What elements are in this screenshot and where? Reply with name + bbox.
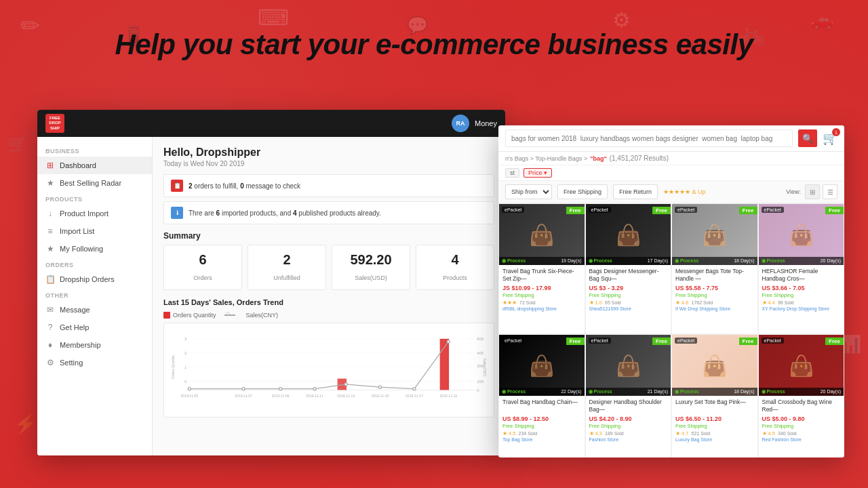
store-7: Luxury Bag Store xyxy=(675,437,754,442)
product-info-5: Travel Bag Handbag Chain— US $8.99 - 12.… xyxy=(499,396,585,445)
svg-point-18 xyxy=(279,388,282,390)
ship-from-select[interactable]: Ship from xyxy=(505,184,552,199)
sidebar-section-other: OTHER xyxy=(37,288,152,301)
product-info-6: Designer Handbag Shoulder Bag— US $4.20 … xyxy=(586,396,671,445)
star-icon: ★ xyxy=(45,178,55,188)
search-tag-price[interactable]: Price ▾ xyxy=(524,168,552,178)
sidebar-item-get-help[interactable]: ? Get Help xyxy=(37,319,152,336)
search-input[interactable] xyxy=(505,129,793,147)
deco-shop-icon: 🛒 xyxy=(7,136,28,152)
alert-products-icon: ℹ xyxy=(171,207,183,219)
dashboard-body: BUSINESS ⊞ Dashboard ★ Best Selling Rada… xyxy=(37,137,505,455)
sidebar-item-import-list-label: Import List xyxy=(60,227,94,235)
sidebar-item-my-following[interactable]: ★ My Following xyxy=(37,240,152,258)
search-tag-st[interactable]: st xyxy=(505,168,519,178)
svg-point-20 xyxy=(344,383,347,386)
search-icon: 🔍 xyxy=(802,134,814,144)
process-days-8: 20 Day(s) xyxy=(821,389,841,394)
sidebar-item-message[interactable]: ✉ Message xyxy=(37,301,152,319)
alert-products: ℹ Thre are 6 imported products, and 4 pu… xyxy=(163,201,494,224)
search-button[interactable]: 🔍 xyxy=(798,129,817,147)
summary-card-orders: 6 Orders xyxy=(163,245,242,290)
product-card-3[interactable]: 👜 ePacket Free ◉ Process 18 Day(s) Messe… xyxy=(671,203,758,334)
process-days-3: 18 Day(s) xyxy=(734,258,754,264)
sidebar-section-orders: ORDERS xyxy=(37,258,152,270)
svg-text:3: 3 xyxy=(184,337,186,341)
sold-1: 72 Sold xyxy=(519,300,536,305)
heart-icon: ★ xyxy=(45,244,55,253)
svg-text:600: 600 xyxy=(477,337,484,341)
sidebar-item-setting[interactable]: ⚙ Setting xyxy=(37,354,152,371)
dashboard-header: FREEDROPSHIP RA Money xyxy=(37,110,505,137)
sidebar-item-import-list[interactable]: ≡ Import List xyxy=(37,222,152,240)
list-view-btn[interactable]: ☰ xyxy=(823,184,837,199)
process-btn-8: ◉ Process xyxy=(762,389,785,394)
process-bar-7: ◉ Process 18 Day(s) xyxy=(672,388,757,396)
sidebar-item-dropship-orders[interactable]: 📋 Dropship Orders xyxy=(37,270,152,288)
product-meta-6: ★ 4.3 189 Sold xyxy=(589,430,668,436)
date-text: Today is Wed Nov 20 2019 xyxy=(163,160,494,167)
bag-icon-7: 👜 xyxy=(702,353,727,377)
rating-2: ★ 1.0 xyxy=(589,300,603,306)
filter-bar: Ship from Free Shipping Free Return ★★★★… xyxy=(498,181,844,203)
sidebar-item-best-selling[interactable]: ★ Best Selling Radar xyxy=(37,174,152,192)
rating-5: ★ 4.5 xyxy=(502,430,516,436)
product-title-3: Messenger Bags Tote Top-Handle — xyxy=(675,268,754,283)
store-5: Top Bag Store xyxy=(502,437,581,442)
product-card-2[interactable]: 👜 ePacket Free ◉ Process 17 Day(s) Bags … xyxy=(585,203,672,334)
process-bar-2: ◉ Process 17 Day(s) xyxy=(586,257,671,265)
greeting-text: Hello, Dropshipper xyxy=(163,146,494,159)
product-img-4: 👜 ePacket Free ◉ Process 20 Day(s) xyxy=(759,204,844,265)
sidebar-item-dashboard[interactable]: ⊞ Dashboard xyxy=(37,157,152,174)
product-card-1[interactable]: 👜 ePacket Free ◉ Process 19 Day(s) Trave… xyxy=(498,203,585,334)
store-8: Red Fashion Store xyxy=(762,437,841,442)
svg-text:2019-11-09: 2019-11-09 xyxy=(272,394,290,398)
sidebar-item-product-import[interactable]: ↓ Product Import xyxy=(37,205,152,222)
svg-text:1: 1 xyxy=(184,365,186,369)
process-days-2: 17 Day(s) xyxy=(648,258,668,264)
sold-5: 234 Sold xyxy=(519,431,538,436)
svg-text:100: 100 xyxy=(477,380,484,384)
product-title-5: Travel Bag Handbag Chain— xyxy=(502,399,581,413)
svg-text:Orders Quantity: Orders Quantity xyxy=(171,355,175,380)
free-shipping-btn[interactable]: Free Shipping xyxy=(557,184,608,199)
list-icon: ≡ xyxy=(45,226,55,236)
svg-point-17 xyxy=(242,388,245,390)
product-card-7[interactable]: 👜 ePacket Free ◉ Process 18 Day(s) Luxur… xyxy=(671,334,758,458)
deco-gear-icon: ⚙ xyxy=(612,10,631,30)
product-meta-2: ★ 1.0 65 Sold xyxy=(589,300,668,306)
free-badge-2: Free xyxy=(652,207,671,214)
unfulfilled-label: Unfulfilled xyxy=(273,274,300,281)
product-price-6: US $4.20 - 8.90 xyxy=(589,415,668,422)
bag-icon-6: 👜 xyxy=(616,353,641,377)
legend-orders-dot xyxy=(163,312,170,319)
product-meta-1: ★★★ 72 Sold xyxy=(502,300,581,306)
summary-card-products: 4 Products xyxy=(416,245,494,290)
product-card-6[interactable]: 👜 ePacket Free ◉ Process 21 Day(s) Desig… xyxy=(585,334,672,458)
logo-text: FREEDROPSHIP xyxy=(49,116,60,131)
summary-card-sales: 592.20 Sales(USD) xyxy=(332,245,410,290)
rating-3: ★ 4.6 xyxy=(675,300,689,306)
bag-icon-4: 👜 xyxy=(789,223,814,247)
grid-view-btn[interactable]: ⊞ xyxy=(805,184,820,199)
product-grid: 👜 ePacket Free ◉ Process 19 Day(s) Trave… xyxy=(498,203,844,458)
free-return-btn[interactable]: Free Return xyxy=(613,184,658,199)
process-bar-8: ◉ Process 20 Day(s) xyxy=(759,388,844,396)
sidebar-item-product-import-label: Product Import xyxy=(60,209,108,218)
product-card-5[interactable]: 👜 ePacket Free ◉ Process 22 Day(s) Trave… xyxy=(498,334,585,458)
cart-icon-wrap: 🛒 1 xyxy=(823,131,837,146)
sidebar-item-membership[interactable]: ♦ Membership xyxy=(37,336,152,354)
product-shipping-8: Free Shipping xyxy=(762,423,841,429)
sidebar-item-best-selling-label: Best Selling Radar xyxy=(60,179,121,187)
product-card-8[interactable]: 👜 ePacket Free ◉ Process 20 Day(s) Small… xyxy=(758,334,845,458)
svg-text:2019-11-07: 2019-11-07 xyxy=(235,394,252,398)
rating-1: ★★★ xyxy=(502,300,517,306)
product-card-4[interactable]: 👜 ePacket Free ◉ Process 20 Day(s) HEFLA… xyxy=(758,203,845,334)
product-img-6: 👜 ePacket Free ◉ Process 21 Day(s) xyxy=(586,335,671,396)
setting-icon: ⚙ xyxy=(45,358,55,367)
bag-icon-8: 👜 xyxy=(789,353,814,377)
legend-sales-dot xyxy=(224,314,235,316)
orders-icon: 📋 xyxy=(45,274,55,284)
process-days-4: 20 Day(s) xyxy=(821,258,841,264)
svg-text:2019-11-05: 2019-11-05 xyxy=(181,394,199,398)
